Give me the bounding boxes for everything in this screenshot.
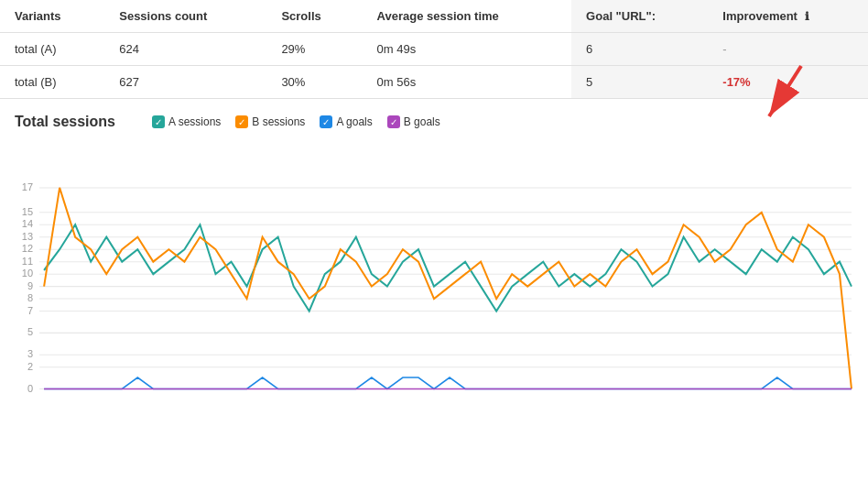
variant-a: total (A) bbox=[0, 33, 104, 66]
svg-text:3: 3 bbox=[27, 348, 33, 359]
variant-b: total (B) bbox=[0, 66, 104, 99]
col-variants: Variants bbox=[0, 0, 104, 33]
improvement-a: - bbox=[708, 33, 868, 66]
info-icon[interactable]: ℹ bbox=[805, 10, 809, 23]
b-sessions-line bbox=[44, 188, 852, 389]
svg-text:11: 11 bbox=[22, 256, 33, 267]
legend-a-goals: ✓ A goals bbox=[320, 115, 372, 128]
svg-text:8: 8 bbox=[27, 292, 33, 303]
line-chart: 0 2 3 5 7 8 9 10 11 12 13 14 15 17 bbox=[0, 137, 868, 403]
legend-a-sessions-icon: ✓ bbox=[152, 115, 165, 128]
sessions-b: 627 bbox=[104, 66, 266, 99]
y-axis: 0 2 3 5 7 8 9 10 11 12 13 14 15 17 bbox=[22, 181, 33, 394]
legend-b-goals: ✓ B goals bbox=[387, 115, 440, 128]
grid-lines bbox=[39, 188, 852, 389]
legend-b-goals-icon: ✓ bbox=[387, 115, 400, 128]
ab-test-table: Variants Sessions count Scrolls Average … bbox=[0, 0, 868, 99]
a-goals-line bbox=[44, 377, 852, 388]
legend-b-sessions: ✓ B sessions bbox=[235, 115, 305, 128]
svg-text:14: 14 bbox=[22, 218, 33, 229]
chart-section: Total sessions ✓ A sessions ✓ B sessions… bbox=[0, 99, 868, 403]
scrolls-b: 30% bbox=[266, 66, 362, 99]
svg-text:13: 13 bbox=[22, 231, 33, 242]
chart-legend: ✓ A sessions ✓ B sessions ✓ A goals ✓ B … bbox=[115, 115, 440, 128]
svg-text:10: 10 bbox=[22, 268, 33, 279]
sessions-a: 624 bbox=[104, 33, 266, 66]
scrolls-a: 29% bbox=[266, 33, 362, 66]
svg-text:15: 15 bbox=[22, 206, 33, 217]
goal-a: 6 bbox=[571, 33, 708, 66]
legend-a-goals-icon: ✓ bbox=[320, 115, 332, 128]
legend-a-sessions: ✓ A sessions bbox=[152, 115, 221, 128]
svg-text:2: 2 bbox=[27, 361, 33, 372]
goal-b: 5 bbox=[571, 66, 708, 99]
table-row: total (A) 624 29% 0m 49s 6 - bbox=[0, 33, 868, 66]
chart-svg: 0 2 3 5 7 8 9 10 11 12 13 14 15 17 bbox=[7, 137, 861, 403]
svg-text:12: 12 bbox=[22, 243, 33, 254]
a-sessions-line bbox=[44, 224, 852, 311]
svg-text:17: 17 bbox=[22, 181, 33, 192]
svg-text:7: 7 bbox=[27, 304, 33, 315]
col-scrolls: Scrolls bbox=[266, 0, 362, 33]
table-row: total (B) 627 30% 0m 56s 5 -17% bbox=[0, 66, 868, 99]
avg-time-a: 0m 49s bbox=[363, 33, 572, 66]
svg-text:9: 9 bbox=[27, 280, 33, 291]
col-sessions-count: Sessions count bbox=[104, 0, 266, 33]
col-avg-time: Average session time bbox=[363, 0, 572, 33]
col-improvement: Improvement ℹ bbox=[708, 0, 868, 33]
col-goal: Goal "URL": bbox=[571, 0, 708, 33]
chart-title: Total sessions bbox=[7, 114, 115, 130]
legend-b-sessions-icon: ✓ bbox=[235, 115, 248, 128]
avg-time-b: 0m 56s bbox=[363, 66, 572, 99]
svg-text:0: 0 bbox=[27, 382, 33, 393]
improvement-b: -17% bbox=[708, 66, 868, 99]
svg-text:5: 5 bbox=[27, 326, 33, 337]
